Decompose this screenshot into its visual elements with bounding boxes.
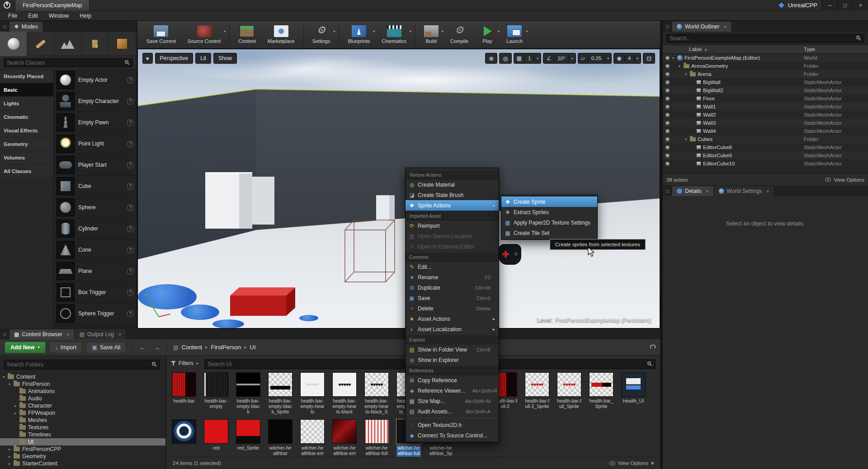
context-menu-entry[interactable]: ▤ Open Source Location — [406, 231, 499, 241]
column-type[interactable]: Type — [804, 47, 815, 52]
place-item[interactable]: Box Trigger ? — [54, 282, 137, 303]
folder-tree-item[interactable]: ▾ Content — [0, 373, 165, 380]
grid-snap-control[interactable]: ▦ 1 ▾ — [514, 53, 542, 64]
place-item[interactable]: Cone ? — [54, 239, 137, 261]
search-classes-input[interactable] — [4, 58, 133, 67]
camera-speed-button[interactable]: ⊕ — [485, 53, 497, 64]
place-item[interactable]: Sphere Trigger ? — [54, 303, 137, 324]
context-menu-entry[interactable]: ∗ Rename F2 — [406, 272, 499, 282]
outliner-header[interactable]: Label ▲ Type — [663, 45, 868, 54]
visibility-eye-icon[interactable] — [665, 63, 670, 69]
tab-output-log[interactable]: ▤ Output Log × — [75, 329, 126, 339]
expand-arrow-icon[interactable]: ▾ — [679, 64, 684, 68]
visibility-eye-icon[interactable] — [665, 145, 670, 150]
mode-tool-button[interactable] — [27, 32, 54, 56]
submenu-item[interactable]: ❖ Extract Sprites — [501, 207, 597, 217]
folder-tree-item[interactable]: Meshes — [0, 417, 165, 424]
viewport-options-button[interactable]: ▾ — [142, 53, 153, 64]
asset-tile[interactable]: witcher-healthbar-full — [364, 419, 389, 461]
place-item[interactable]: Empty Pawn ? — [54, 112, 137, 133]
asset-tile[interactable]: ♥♥♥♥♥ health-bar-full_Sprite — [557, 372, 581, 415]
mode-tool-button[interactable] — [54, 32, 81, 56]
toolbar-button[interactable]: Build ▾ — [419, 22, 444, 47]
mode-tool-button[interactable] — [108, 32, 136, 56]
asset-tile[interactable]: witcher-healthbar-empty_Sprite — [332, 419, 357, 461]
tab-details[interactable]: Details × — [672, 186, 713, 196]
toolbar-button[interactable]: Blueprints ▾ — [342, 22, 375, 47]
place-item[interactable]: Player Start ? — [54, 155, 137, 176]
asset-tile[interactable]: ♥♥♥♥♥ health-bar-empty-hearts — [300, 372, 325, 415]
place-item[interactable]: Plane ? — [54, 261, 137, 282]
mode-tool-button[interactable] — [0, 32, 27, 56]
folder-tree-item[interactable]: ▸ Character — [0, 402, 165, 409]
outliner-row[interactable]: Wall4 StaticMeshActor — [663, 127, 868, 135]
context-menu-entry[interactable]: Explore — [406, 335, 499, 344]
expand-arrow-icon[interactable]: ▾ — [3, 375, 8, 379]
modes-category[interactable]: Volumes — [0, 151, 53, 164]
outliner-view-options[interactable]: View Options — [825, 177, 864, 183]
breadcrumb-item[interactable]: UI — [250, 344, 256, 351]
context-menu-entry[interactable]: ⊞ Duplicate Ctrl+W — [406, 282, 499, 293]
asset-tile[interactable]: ♥♥♥♥♥ health-bar-empty-hearts-black_Spri… — [364, 372, 389, 415]
tab-content-browser[interactable]: ▦ Content Browser × — [9, 329, 74, 339]
forward-button[interactable]: → — [151, 343, 162, 351]
toolbar-button[interactable]: Compile — [445, 22, 474, 47]
asset-tile[interactable]: Health_UI — [621, 372, 646, 415]
visibility-eye-icon[interactable] — [665, 128, 670, 134]
visibility-eye-icon[interactable] — [665, 71, 670, 77]
toolbar-button[interactable] — [339, 24, 339, 45]
folder-tree-item[interactable]: ▸ FPWeapon — [0, 409, 165, 417]
tab-world-settings[interactable]: World Settings × — [714, 186, 774, 196]
toolbar-button[interactable]: Settings ▾ — [307, 22, 336, 47]
visibility-eye-icon[interactable] — [665, 136, 670, 142]
context-menu-entry[interactable]: ✎ Open In External Editor — [406, 241, 499, 252]
modes-category[interactable]: Lights — [0, 97, 53, 110]
visibility-eye-icon[interactable] — [665, 104, 670, 110]
visibility-eye-icon[interactable] — [665, 80, 670, 85]
toolbar-button[interactable]: Marketplace — [262, 22, 300, 47]
visibility-eye-icon[interactable] — [665, 120, 670, 126]
context-menu-entry[interactable]: ⊞ Copy Reference — [406, 375, 499, 385]
close-tab-icon[interactable]: × — [67, 332, 70, 337]
visibility-eye-icon[interactable] — [665, 161, 670, 167]
expand-arrow-icon[interactable]: ▾ — [685, 137, 690, 141]
context-menu-entry[interactable]: ◈ Reference Viewer... Alt+Shift+R — [406, 385, 499, 396]
level-tab[interactable]: FirstPersonExampleMap — [15, 0, 90, 11]
context-menu-entry[interactable]: ◆ Connect To Source Control... — [406, 430, 499, 441]
close-tab-icon[interactable]: × — [724, 24, 726, 29]
perspective-button[interactable]: Perspective — [155, 53, 193, 64]
context-menu-entry[interactable] — [408, 417, 496, 418]
asset-tile[interactable]: health-bar-empty-black_Sprite — [268, 372, 292, 415]
back-button[interactable]: ← — [137, 343, 148, 351]
toolbar-button[interactable] — [229, 24, 230, 45]
modes-category[interactable]: Cinematic — [0, 110, 53, 124]
folder-tree-item[interactable]: Animations — [0, 388, 165, 395]
folder-tree-item[interactable]: ▸ StarterContent — [0, 460, 165, 467]
expand-arrow-icon[interactable]: ▸ — [14, 411, 19, 415]
context-menu-entry[interactable]: ✎ Edit... — [406, 262, 499, 272]
tab-modes[interactable]: ❖ Modes — [9, 22, 42, 32]
context-menu-entry[interactable]: ◐ Asset Localization ▸ — [406, 324, 499, 334]
path-picker-icon[interactable]: ▤ — [173, 344, 178, 351]
place-item[interactable]: Cylinder ? — [54, 218, 137, 239]
context-menu-entry[interactable]: ⟳ Reimport — [406, 220, 499, 231]
visibility-eye-icon[interactable] — [665, 153, 670, 159]
submenu-item[interactable]: ❖ Create Sprite — [501, 197, 597, 207]
assets-view-options[interactable]: View Options ▾ — [609, 460, 654, 466]
context-menu-entry[interactable]: References — [406, 366, 499, 375]
asset-tile[interactable]: witcher-healthbar-empty — [300, 419, 325, 461]
toolbar-button[interactable]: Save Current — [141, 22, 181, 47]
show-flags-button[interactable]: Show — [213, 53, 237, 64]
realtime-button[interactable]: ◎ — [499, 53, 511, 64]
context-menu-entry[interactable]: ▤ Audit Assets... Alt+Shift+A — [406, 406, 499, 417]
close-tab-icon[interactable]: × — [706, 189, 709, 194]
submenu-item[interactable]: ▦ Create Tile Set — [501, 228, 597, 238]
restore-button[interactable]: □ — [837, 0, 853, 11]
outliner-row[interactable]: BigWall2 StaticMeshActor — [663, 86, 868, 94]
close-tab-icon[interactable]: × — [118, 332, 121, 337]
place-item[interactable]: Sphere ? — [54, 197, 137, 218]
search-folders-input[interactable] — [4, 360, 160, 370]
visibility-eye-icon[interactable] — [665, 112, 670, 118]
rotation-snap-control[interactable]: ∠ 10° ▾ — [543, 53, 576, 64]
asset-tile[interactable] — [172, 419, 196, 461]
